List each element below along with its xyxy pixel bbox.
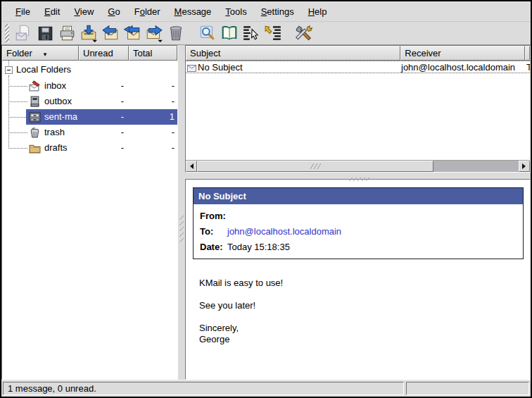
folder-row-inbox[interactable]: inbox - - [2,78,177,94]
total-column-header[interactable]: Total [129,46,177,61]
main-toolbar [1,22,531,45]
date-label: Date: [194,242,227,252]
menu-item-edit[interactable]: Edit [37,4,67,19]
left-arrow-icon [187,163,194,169]
date-column-header[interactable]: Date [525,46,530,61]
jump-arrow-list-icon [264,24,282,42]
folder-root-local-folders[interactable]: Local Folders [16,64,71,75]
folder-row-trash[interactable]: trash - - [2,125,177,140]
message-subject: No Subject [198,62,243,73]
message-title-bar: No Subject [194,188,523,204]
body-paragraph: See you later! [199,300,524,311]
folder-unread-count: - [77,142,124,153]
horizontal-scrollbar[interactable] [186,160,530,172]
folder-list-header: Folder▾ Unread Total [2,46,177,61]
thumb-grip-icon [310,161,321,172]
address-book-icon [220,24,239,42]
menu-item-file[interactable]: File [8,4,37,19]
reply-all-icon [123,24,141,42]
folder-unread-count: - [77,127,124,137]
message-list: Subject Receiver Date No Subject john@lo… [185,45,531,173]
print-button[interactable] [56,23,77,44]
toolbar-drag-handle[interactable] [5,24,9,42]
folder-total-count: - [127,80,175,91]
forward-button[interactable] [143,23,165,44]
collapse-expander-icon[interactable] [5,66,13,74]
check-mail-button[interactable] [77,23,99,44]
body-paragraph: Sincerely, George [199,323,524,345]
menu-bar: File Edit View Go Folder Message Tools S… [1,1,531,22]
drafts-folder-icon [29,142,41,156]
menu-item-settings[interactable]: Settings [254,4,301,19]
configure-icon [294,24,312,42]
configure-button[interactable] [292,23,314,44]
reply-button[interactable] [99,23,121,44]
folder-row-outbox[interactable]: outbox - - [2,94,177,109]
inbox-icon [29,80,41,94]
message-envelope-icon [187,63,196,74]
folder-name: sent-ma [44,111,77,122]
address-book-button[interactable] [218,23,240,44]
folder-pane: Folder▾ Unread Total Local Folders [1,45,178,380]
message-preview-pane: No Subject From: To: john@localhost.loca… [185,179,531,380]
status-bar: 1 message, 0 unread. [1,380,531,397]
menu-item-message[interactable]: Message [167,4,219,19]
status-message: 1 message, 0 unread. [3,382,404,395]
folder-row-sent-mail[interactable]: sent-ma - 1 [2,109,177,125]
message-list-body: No Subject john@localhost.localdomain To… [186,61,530,160]
kmail-window: File Edit View Go Folder Message Tools S… [0,0,532,398]
outbox-icon [29,96,41,110]
folder-name: drafts [44,142,68,153]
to-address-link[interactable]: john@localhost.localdomain [227,226,341,237]
message-receiver: john@localhost.localdomain [401,62,515,73]
new-message-button[interactable] [12,23,34,44]
main-area: Folder▾ Unread Total Local Folders [1,45,531,380]
menu-item-go[interactable]: Go [101,4,127,19]
tree-line [8,61,9,66]
receiver-column-header[interactable]: Receiver [400,46,525,61]
subject-column-header[interactable]: Subject [186,46,400,61]
sort-descending-icon: ▾ [44,51,47,58]
jump-to-folder-button[interactable] [262,23,284,44]
folder-total-count: 1 [127,111,175,122]
from-label: From: [194,211,227,221]
message-body: KMail is easy to use! See you later! Sin… [199,278,524,345]
folder-column-header[interactable]: Folder▾ [2,46,79,61]
save-button[interactable] [34,23,56,44]
forward-icon [145,24,163,42]
trash-folder-icon [29,127,41,141]
vertical-splitter[interactable] [178,45,185,380]
folder-unread-count: - [77,80,124,91]
right-column: Subject Receiver Date No Subject john@lo… [185,45,531,380]
scroll-left-button[interactable] [186,161,197,172]
unread-column-header[interactable]: Unread [79,46,129,61]
scrollbar-track[interactable] [433,161,519,172]
date-row: Date: Today 15:18:35 [194,239,523,254]
horizontal-splitter[interactable] [185,173,531,179]
folder-unread-count: - [77,96,124,106]
message-list-cursor-icon [242,24,260,42]
sent-mail-icon [29,111,41,125]
trash-button[interactable] [165,23,186,44]
print-icon [58,24,76,42]
reply-icon [101,24,120,42]
check-mail-icon [80,24,98,42]
menu-item-folder[interactable]: Folder [127,4,167,19]
scroll-right-button[interactable] [519,161,530,172]
scrollbar-thumb[interactable] [197,161,433,172]
message-date: Today 15:18:35 [526,62,530,73]
message-header-box: No Subject From: To: john@localhost.loca… [193,187,524,259]
folder-name: inbox [44,80,66,91]
menu-item-tools[interactable]: Tools [218,4,253,19]
reply-all-button[interactable] [121,23,143,44]
folder-total-count: - [127,96,175,106]
folder-row-drafts[interactable]: drafts - - [2,140,177,156]
message-headers: From: To: john@localhost.localdomain Dat… [194,204,523,259]
message-row[interactable]: No Subject john@localhost.localdomain To… [186,61,530,73]
find-button[interactable] [196,23,218,44]
show-message-list-button[interactable] [240,23,262,44]
folder-column-label: Folder [6,48,32,58]
folder-name: outbox [44,96,72,106]
menu-item-help[interactable]: Help [301,4,334,19]
menu-item-view[interactable]: View [67,4,101,19]
